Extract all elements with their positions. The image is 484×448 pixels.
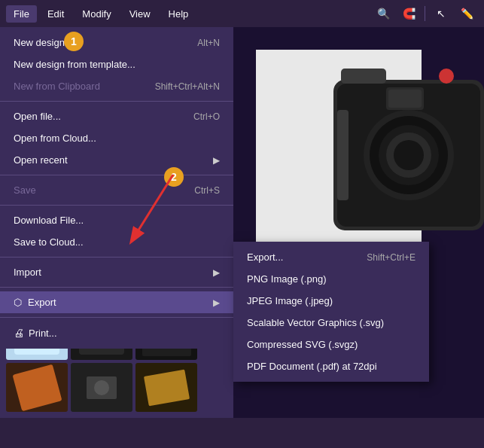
- dropdown-open-recent[interactable]: Open recent ▶: [0, 149, 233, 171]
- dropdown-print[interactable]: 🖨 Print...: [0, 322, 233, 344]
- new-template-label: New design from template...: [14, 59, 135, 70]
- dropdown-open-file[interactable]: Open file... Ctrl+O: [0, 105, 233, 127]
- svg-rect-7: [341, 69, 386, 84]
- svg-point-6: [394, 140, 424, 170]
- submenu-svg-label: Scalable Vector Graphics (.svg): [247, 317, 384, 328]
- dropdown-new-from-template[interactable]: New design from template...: [0, 53, 233, 75]
- dropdown-download-file[interactable]: Download File...: [0, 209, 233, 231]
- camera-image: [326, 57, 484, 268]
- left-panel: New design... Alt+N New design from temp…: [0, 27, 233, 418]
- submenu-export[interactable]: Export... Shift+Ctrl+E: [233, 246, 429, 268]
- export-submenu: Export... Shift+Ctrl+E PNG Image (.png) …: [233, 242, 429, 382]
- file-dropdown-menu: New design... Alt+N New design from temp…: [0, 27, 233, 349]
- dropdown-export[interactable]: ⬡ Export ▶: [0, 291, 233, 313]
- badge-2: 2: [164, 167, 184, 187]
- thumbnail-6[interactable]: [135, 363, 197, 412]
- print-icon: 🖨: [14, 327, 24, 339]
- sep-3: [0, 205, 233, 206]
- menu-help[interactable]: Help: [161, 5, 196, 23]
- dropdown-new-from-clipboard: New from Clipboard Shift+Ctrl+Alt+N: [0, 75, 233, 97]
- open-file-shortcut: Ctrl+O: [193, 111, 220, 122]
- submenu-svgz[interactable]: Compressed SVG (.svgz): [233, 334, 429, 355]
- submenu-png-label: PNG Image (.png): [247, 273, 327, 285]
- dropdown-save: Save Ctrl+S: [0, 179, 233, 201]
- sep-1: [0, 101, 233, 102]
- save-shortcut: Ctrl+S: [194, 185, 220, 196]
- badge-1-label: 1: [71, 35, 77, 47]
- new-clipboard-label: New from Clipboard: [14, 81, 100, 92]
- sep-4: [0, 257, 233, 258]
- export-arrow: ▶: [213, 297, 220, 308]
- submenu-svg[interactable]: Scalable Vector Graphics (.svg): [233, 312, 429, 334]
- sep-2: [0, 175, 233, 175]
- save-label: Save: [14, 184, 36, 196]
- sep-5: [0, 287, 233, 288]
- import-arrow: ▶: [213, 267, 220, 278]
- svg-rect-11: [337, 110, 349, 200]
- dropdown-save-cloud[interactable]: Save to Cloud...: [0, 231, 233, 253]
- export-icon: ⬡: [14, 297, 22, 308]
- sep-6: [0, 317, 233, 318]
- download-file-label: Download File...: [14, 215, 84, 226]
- print-with-icon: 🖨 Print...: [14, 327, 57, 339]
- menu-file[interactable]: File: [6, 5, 37, 23]
- dropdown-open-cloud[interactable]: Open from Cloud...: [0, 127, 233, 149]
- export-label: Export: [28, 297, 56, 308]
- new-design-shortcut: Alt+N: [197, 38, 220, 48]
- svg-point-8: [439, 69, 454, 84]
- thumbnail-5[interactable]: [71, 363, 132, 412]
- badge-2-label: 2: [171, 171, 177, 183]
- zoom-icon[interactable]: 🔍: [372, 3, 394, 24]
- menu-bar: File Edit Modify View Help 🔍 🧲 ↖ ✏️: [0, 0, 484, 27]
- menu-modify[interactable]: Modify: [75, 5, 118, 23]
- badge-1: 1: [64, 32, 84, 51]
- menu-edit[interactable]: Edit: [40, 5, 72, 23]
- select-icon[interactable]: ↖: [430, 3, 452, 24]
- toolbar-divider: [425, 6, 425, 21]
- submenu-svgz-label: Compressed SVG (.svgz): [247, 339, 358, 350]
- svg-rect-10: [388, 90, 422, 108]
- dropdown-new-design[interactable]: New design... Alt+N: [0, 32, 233, 53]
- main-content: New design... Alt+N New design from temp…: [0, 27, 484, 418]
- magnet-icon[interactable]: 🧲: [397, 3, 420, 24]
- open-cloud-label: Open from Cloud...: [14, 133, 96, 144]
- print-label: Print...: [29, 328, 57, 339]
- submenu-export-label: Export...: [247, 251, 283, 263]
- thumbnail-4[interactable]: [6, 363, 68, 412]
- menu-view[interactable]: View: [122, 5, 158, 23]
- submenu-pdf[interactable]: PDF Document (.pdf) at 72dpi: [233, 355, 429, 377]
- submenu-pdf-label: PDF Document (.pdf) at 72dpi: [247, 361, 377, 372]
- open-recent-label: Open recent: [14, 154, 68, 166]
- pen-icon[interactable]: ✏️: [455, 3, 478, 24]
- new-clipboard-shortcut: Shift+Ctrl+Alt+N: [155, 81, 220, 92]
- save-cloud-label: Save to Cloud...: [14, 236, 84, 248]
- submenu-export-shortcut: Shift+Ctrl+E: [367, 252, 416, 263]
- submenu-jpeg[interactable]: JPEG Image (.jpeg): [233, 290, 429, 312]
- export-with-icon: ⬡ Export: [14, 297, 56, 308]
- dropdown-import[interactable]: Import ▶: [0, 261, 233, 283]
- submenu-png[interactable]: PNG Image (.png): [233, 268, 429, 290]
- submenu-jpeg-label: JPEG Image (.jpeg): [247, 295, 333, 306]
- import-label: Import: [14, 267, 41, 278]
- open-file-label: Open file...: [14, 111, 61, 122]
- open-recent-arrow: ▶: [213, 155, 220, 166]
